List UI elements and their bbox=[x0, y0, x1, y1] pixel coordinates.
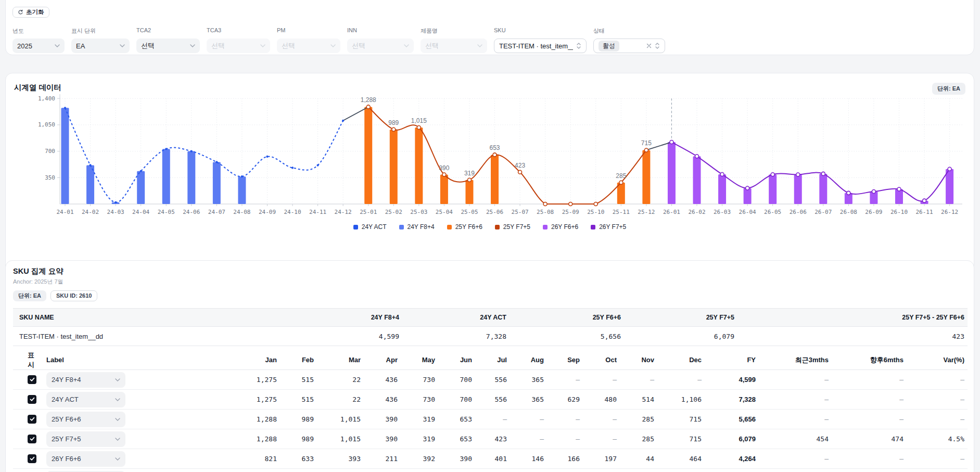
filter-select: 선택 bbox=[277, 39, 340, 53]
detail-header-cell: Dec bbox=[657, 350, 705, 370]
svg-text:319: 319 bbox=[464, 170, 475, 177]
svg-text:25-07: 25-07 bbox=[512, 209, 529, 215]
recent3-cell: – bbox=[759, 370, 832, 390]
fy-value-cell: 4,264 bbox=[705, 449, 759, 469]
filter-field: TCA3선택 bbox=[207, 27, 270, 53]
filter-select[interactable]: EA bbox=[71, 39, 130, 53]
fy-value-cell: 5,656 bbox=[705, 410, 759, 429]
filter-combobox[interactable]: 활성 bbox=[593, 39, 665, 53]
svg-text:26-02: 26-02 bbox=[688, 209, 705, 215]
series-visibility-checkbox[interactable] bbox=[28, 435, 36, 443]
month-value-cell: 393 bbox=[317, 449, 364, 469]
chevrons-up-down-icon bbox=[576, 42, 581, 49]
totals-header-cell: 25Y F7+5 bbox=[624, 309, 737, 327]
series-visibility-checkbox[interactable] bbox=[28, 454, 36, 463]
svg-text:25-10: 25-10 bbox=[587, 209, 604, 215]
series-label-select[interactable]: 24Y ACT bbox=[46, 392, 125, 407]
totals-header-cell: 24Y ACT bbox=[402, 309, 510, 327]
filter-panel: 초기화 년도2025표시 단위EATCA2선택TCA3선택PM선택INN선택제품… bbox=[5, 0, 974, 55]
legend-item: 25Y F6+6 bbox=[447, 223, 482, 231]
chevron-down-icon bbox=[115, 398, 120, 401]
combobox-value: TEST-ITEM · test_item__dd bbox=[499, 42, 573, 50]
chevron-down-icon bbox=[404, 44, 409, 47]
detail-header-cell: FY bbox=[705, 350, 759, 370]
totals-value-cell: 6,079 bbox=[624, 327, 737, 346]
select-value: 선택 bbox=[141, 41, 187, 50]
next6-cell: – bbox=[832, 449, 907, 469]
month-value-cell: 390 bbox=[364, 429, 401, 449]
legend-item: 25Y F7+5 bbox=[495, 223, 530, 231]
legend-swatch bbox=[399, 225, 404, 229]
var-cell: 4.5% bbox=[907, 429, 968, 449]
summary-unit-badge: 단위: EA bbox=[13, 290, 46, 301]
chevron-down-icon bbox=[120, 44, 125, 47]
month-value-cell: 715 bbox=[657, 410, 705, 429]
filter-field: INN선택 bbox=[347, 27, 414, 53]
refresh-icon bbox=[18, 9, 23, 15]
svg-text:24-10: 24-10 bbox=[284, 209, 301, 215]
svg-text:715: 715 bbox=[641, 139, 652, 147]
month-value-cell: 365 bbox=[510, 390, 547, 410]
svg-text:24-04: 24-04 bbox=[132, 209, 149, 215]
legend-label: 25Y F7+5 bbox=[503, 223, 530, 231]
svg-text:24-12: 24-12 bbox=[335, 209, 352, 215]
reset-button[interactable]: 초기화 bbox=[12, 7, 49, 18]
series-row: 24Y ACT1,2755152243673070055636562948051… bbox=[13, 390, 968, 410]
select-value: 선택 bbox=[282, 41, 327, 50]
month-value-cell: – bbox=[620, 370, 657, 390]
month-value-cell: 166 bbox=[547, 469, 583, 472]
month-value-cell: 653 bbox=[438, 429, 475, 449]
var-cell: – bbox=[907, 410, 968, 429]
svg-text:26-01: 26-01 bbox=[663, 209, 680, 215]
month-value-cell: 166 bbox=[547, 449, 583, 469]
svg-text:24-06: 24-06 bbox=[183, 209, 200, 215]
detail-header-cell: Mar bbox=[317, 350, 364, 370]
summary-badges: 단위: EA SKU ID: 2610 bbox=[13, 290, 966, 301]
svg-text:26-06: 26-06 bbox=[790, 209, 807, 215]
svg-text:24-07: 24-07 bbox=[208, 209, 225, 215]
series-row: 26Y F6+682163339321139239040114616619744… bbox=[13, 449, 968, 469]
series-visibility-checkbox[interactable] bbox=[28, 395, 36, 404]
timeseries-chart: 3507001,0501,40024-0124-0224-0324-0424-0… bbox=[14, 84, 966, 220]
chevron-down-icon bbox=[115, 378, 120, 381]
series-label-select[interactable]: 25Y F6+6 bbox=[46, 412, 125, 427]
month-value-cell: 633 bbox=[280, 469, 317, 472]
series-visibility-checkbox[interactable] bbox=[28, 415, 36, 424]
clear-icon[interactable] bbox=[646, 43, 652, 48]
totals-value-cell: 423 bbox=[737, 327, 968, 346]
month-value-cell: 653 bbox=[438, 410, 475, 429]
detail-header-cell: Sep bbox=[547, 350, 583, 370]
detail-header-cell: May bbox=[401, 350, 438, 370]
series-visibility-checkbox[interactable] bbox=[28, 375, 36, 384]
month-value-cell: 436 bbox=[364, 370, 401, 390]
filter-select[interactable]: 2025 bbox=[12, 39, 65, 53]
month-value-cell: 1,275 bbox=[207, 370, 280, 390]
chevron-down-icon bbox=[477, 44, 482, 47]
filter-combobox[interactable]: TEST-ITEM · test_item__dd bbox=[494, 39, 587, 53]
month-value-cell: 1,275 bbox=[207, 390, 280, 410]
series-label-select[interactable]: 26Y F6+6 bbox=[46, 451, 125, 467]
detail-header-cell: 향후6mths bbox=[832, 350, 907, 370]
svg-text:24-03: 24-03 bbox=[107, 209, 124, 215]
month-value-cell: – bbox=[583, 370, 620, 390]
month-value-cell: 146 bbox=[510, 449, 547, 469]
month-value-cell: – bbox=[547, 410, 583, 429]
fy-value-cell: 4,264 bbox=[705, 469, 759, 472]
month-value-cell: 515 bbox=[280, 390, 317, 410]
var-cell: – bbox=[907, 370, 968, 390]
svg-text:24-01: 24-01 bbox=[56, 209, 73, 215]
next6-cell: – bbox=[832, 370, 907, 390]
month-value-cell: 1,015 bbox=[317, 410, 364, 429]
status-badge: 활성 bbox=[599, 41, 619, 52]
month-value-cell: 480 bbox=[583, 390, 620, 410]
legend-swatch bbox=[543, 225, 548, 229]
legend-swatch bbox=[591, 225, 595, 229]
chevrons-up-down-icon bbox=[655, 42, 660, 49]
var-cell: – bbox=[907, 469, 968, 472]
month-value-cell: 700 bbox=[438, 390, 475, 410]
recent3-cell: – bbox=[759, 390, 832, 410]
month-value-cell: 319 bbox=[401, 429, 438, 449]
filter-select[interactable]: 선택 bbox=[136, 39, 200, 53]
series-label-select[interactable]: 25Y F7+5 bbox=[46, 431, 125, 447]
series-label-select[interactable]: 24Y F8+4 bbox=[46, 372, 125, 388]
